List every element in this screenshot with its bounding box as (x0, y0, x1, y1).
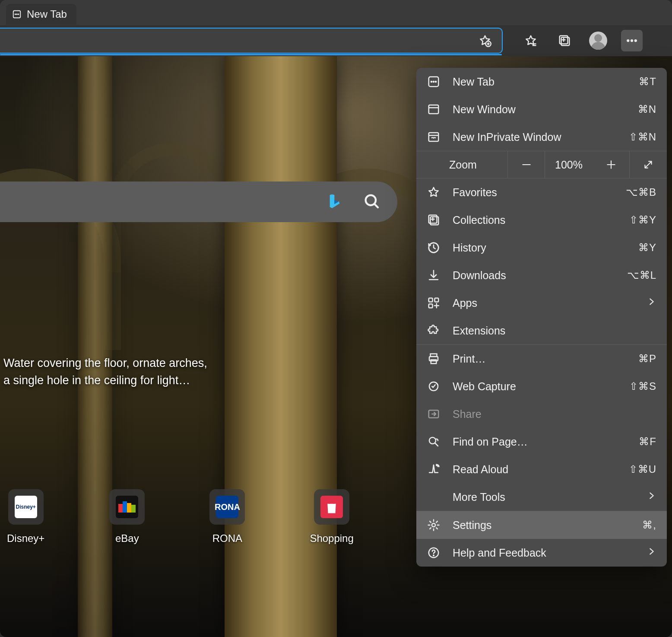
new-tab-icon (426, 74, 441, 89)
menu-item-label: Print… (453, 353, 627, 365)
apps-icon (426, 295, 441, 311)
image-caption: Water covering the floor, ornate arches,… (3, 354, 207, 389)
menu-item-shortcut: ⇧⌘S (629, 380, 656, 392)
quick-link-tile[interactable]: Shopping (310, 489, 353, 545)
tab-new-tab[interactable]: New Tab (6, 4, 76, 25)
menu-item-collections[interactable]: Collections⇧⌘Y (416, 206, 667, 234)
menu-item-extensions[interactable]: Extensions (416, 317, 667, 344)
menu-item-label: New InPrivate Window (453, 131, 618, 143)
menu-item-new-tab[interactable]: New Tab⌘T (416, 68, 667, 96)
tile-favicon (116, 496, 138, 518)
menu-item-new-inprivate-window[interactable]: New InPrivate Window⇧⌘N (416, 123, 667, 151)
profile-button[interactable] (587, 30, 609, 51)
zoom-in-button[interactable] (593, 151, 630, 178)
menu-item-more-tools[interactable]: More Tools (416, 483, 667, 511)
menu-item-web-capture[interactable]: Web Capture⇧⌘S (416, 373, 667, 400)
menu-item-label: Apps (453, 297, 636, 309)
menu-item-shortcut: ⌥⌘B (626, 186, 656, 198)
menu-item-label: History (453, 242, 627, 254)
bg-pillar (225, 56, 337, 637)
find-icon (426, 434, 441, 449)
search-box[interactable] (0, 182, 397, 222)
menu-item-favorites[interactable]: Favorites⌥⌘B (416, 178, 667, 206)
menu-item-label: Settings (453, 519, 631, 532)
chevron-right-icon (647, 547, 656, 559)
tile-label: RONA (212, 532, 242, 545)
tab-strip: New Tab (0, 0, 672, 25)
menu-item-shortcut: ⌥⌘L (627, 269, 656, 281)
browser-window: New Tab (0, 0, 672, 637)
collections-icon (426, 212, 441, 228)
menu-item-label: More Tools (453, 491, 636, 503)
add-favorite-button[interactable] (474, 30, 496, 51)
menu-item-label: Favorites (453, 186, 615, 199)
quick-links: Disney+Disney+eBayRONARONAShoppingB.Book… (0, 489, 474, 545)
menu-item-shortcut: ⌘P (638, 353, 656, 365)
tile-box: Disney+ (8, 489, 44, 525)
quick-link-tile[interactable]: eBay (109, 489, 145, 545)
tile-label: Disney+ (7, 532, 44, 545)
downloads-icon (426, 268, 441, 283)
menu-item-downloads[interactable]: Downloads⌥⌘L (416, 261, 667, 289)
zoom-row: Zoom100% (416, 151, 667, 178)
caption-line: Water covering the floor, ornate arches, (3, 354, 207, 372)
menu-item-label: Downloads (453, 269, 616, 282)
collections-button[interactable] (554, 30, 575, 51)
menu-item-read-aloud[interactable]: Read Aloud⇧⌘U (416, 455, 667, 483)
fullscreen-button[interactable] (630, 151, 667, 178)
address-bar[interactable] (0, 28, 503, 54)
menu-item-label: Web Capture (453, 380, 618, 393)
menu-item-new-window[interactable]: New Window⌘N (416, 96, 667, 123)
menu-item-shortcut: ⇧⌘U (629, 463, 656, 475)
print-icon (426, 351, 441, 366)
menu-item-label: Share (453, 408, 656, 420)
menu-item-settings[interactable]: Settings⌘, (416, 511, 667, 539)
read-aloud-icon (426, 462, 441, 477)
tile-box (314, 489, 349, 525)
menu-item-label: Extensions (453, 325, 656, 337)
zoom-value: 100% (545, 151, 593, 178)
search-icon[interactable] (363, 192, 380, 211)
menu-item-history[interactable]: History⌘Y (416, 234, 667, 261)
menu-item-shortcut: ⌘F (639, 436, 656, 448)
web-capture-icon (426, 379, 441, 394)
tile-label: Shopping (310, 532, 353, 545)
new-window-icon (426, 102, 441, 117)
menu-item-label: New Window (453, 103, 627, 116)
bg-pillar (78, 56, 112, 637)
history-icon (426, 240, 441, 255)
menu-item-help-and-feedback[interactable]: Help and Feedback (416, 539, 667, 567)
bing-icon (328, 193, 343, 210)
menu-item-shortcut: ⌘T (639, 76, 656, 88)
more-menu-button[interactable] (621, 30, 643, 51)
help-icon (426, 545, 441, 561)
menu-item-shortcut: ⌘, (642, 519, 656, 531)
tile-box: RONA (209, 489, 245, 525)
toolbar (0, 25, 672, 56)
tile-box (109, 489, 145, 525)
menu-item-shortcut: ⌘N (638, 103, 656, 115)
inprivate-icon (426, 129, 441, 145)
extensions-icon (426, 323, 441, 338)
tile-label: eBay (115, 532, 139, 545)
menu-item-label: New Tab (453, 76, 628, 88)
tile-favicon: Disney+ (15, 496, 37, 518)
chevron-right-icon (647, 297, 656, 309)
share-icon (426, 406, 441, 422)
quick-link-tile[interactable]: RONARONA (209, 489, 245, 545)
menu-item-label: Help and Feedback (453, 547, 636, 559)
favorites-icon (426, 185, 441, 200)
quick-link-tile[interactable]: Disney+Disney+ (7, 489, 44, 545)
menu-item-shortcut: ⌘Y (638, 242, 656, 254)
menu-item-print[interactable]: Print…⌘P (416, 345, 667, 373)
menu-item-shortcut: ⇧⌘Y (629, 214, 656, 226)
menu-item-label: Read Aloud (453, 463, 618, 476)
menu-item-find-on-page[interactable]: Find on Page…⌘F (416, 428, 667, 455)
blank-icon (426, 489, 441, 505)
menu-item-share: Share (416, 400, 667, 428)
zoom-out-button[interactable] (508, 151, 545, 178)
tab-title: New Tab (27, 8, 67, 20)
caption-line: a single hole in the ceiling for light… (3, 372, 207, 389)
menu-item-apps[interactable]: Apps (416, 289, 667, 317)
favorites-button[interactable] (520, 30, 542, 51)
